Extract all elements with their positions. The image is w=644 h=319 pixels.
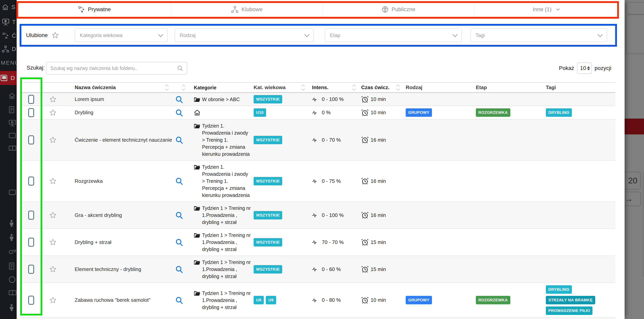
board-icon[interactable] [8,189,16,196]
preview-cell [172,109,189,116]
age-category-cell: WSZYSTKIE [251,238,309,246]
row-checkbox[interactable] [28,265,34,274]
background-page-strip: 20 → [624,0,644,319]
filter-dropdown-tagi[interactable]: Tagi [470,28,607,42]
age-category-cell: WSZYSTKIE [251,136,309,144]
row-checkbox[interactable] [28,95,34,104]
formation-icon [2,46,9,52]
star-icon[interactable] [49,177,57,185]
divider [624,53,644,54]
chevron-down-icon [556,8,560,11]
star-icon[interactable] [49,265,57,273]
zoom-preview-icon[interactable] [175,177,183,185]
age-category-cell: WSZYSTKIE [251,95,309,104]
duration-cell: 10 min [360,109,404,116]
row-checkbox[interactable] [28,238,34,247]
person-icon[interactable] [8,234,14,241]
tags-cell [544,240,616,244]
spinner-icon[interactable] [587,66,590,70]
exercise-name: Rozgrzewka [75,178,103,184]
tab-inne-1-[interactable]: Inne (1) [474,2,618,17]
star-icon[interactable] [51,31,59,39]
search-input[interactable] [46,66,177,71]
age-category-cell: WSZYSTKIE [251,265,309,274]
board-icon[interactable] [8,132,16,139]
filter-dropdown-etap[interactable]: Etap [325,28,462,42]
home-icon[interactable] [8,93,15,99]
page-size-prefix: Pokaż [559,65,574,71]
zoom-preview-icon[interactable] [175,109,183,116]
sort-icon[interactable] [166,85,168,90]
intensity-cell: 0 - 100 % [309,212,360,218]
person-icon[interactable] [8,220,14,227]
table-row: DryblingU100 %10 minGRUPOWYROZGRZEWKADRY… [20,106,616,120]
column-header-name[interactable]: Nazwa ćwiczenia [64,84,172,90]
age-badge: U10 [254,108,266,117]
zoom-preview-icon[interactable] [175,136,183,144]
categories-cell: Tydzien 1. Prowadzenia i zwody > Trening… [189,120,251,160]
pitch-icon[interactable] [8,146,16,151]
column-label: Czas ćwicz. [361,84,390,90]
duration-cell: 15 min [360,238,404,246]
filter-dropdown-rodzaj[interactable]: Rodzaj [174,28,314,42]
tags-cell: DRYBLINGSTRZAŁY NA BRAMKĘPROWADZENIE PIŁ… [544,283,616,317]
zoom-preview-icon[interactable] [175,265,183,273]
stage-badge: ROZGRZEWKA [476,296,510,304]
row-checkbox[interactable] [28,108,34,117]
favorites-toggle[interactable]: Ulubione [26,25,59,46]
zoom-preview-icon[interactable] [175,96,183,103]
notes-icon[interactable] [8,106,14,114]
column-header-czas[interactable]: Czas ćwicz. [360,84,404,90]
tab-prywatne[interactable]: Prywatne [18,2,171,17]
row-checkbox[interactable] [28,211,34,220]
row-checkbox[interactable] [28,296,34,305]
exercise-name-cell: Element techniczny - drybling [64,266,172,272]
favorite-cell [42,109,64,116]
zoom-preview-icon[interactable] [175,211,183,219]
filter-dropdown-kategoria-wiekowa[interactable]: Kategoria wiekowa [75,28,168,42]
type-cell: GRUPOWY [404,108,474,117]
ball-icon[interactable] [8,276,16,283]
star-icon[interactable] [49,96,57,103]
sort-icon[interactable] [397,85,400,90]
background-box [626,14,644,54]
age-category-cell: WSZYSTKIE [251,211,309,220]
row-checkbox[interactable] [28,176,34,186]
dropdown-placeholder: Tagi [476,32,485,38]
zoom-preview-icon[interactable] [175,238,183,246]
sort-icon[interactable] [353,85,355,90]
tag-badge: PROWADZENIE PIŁKI [546,306,592,315]
sort-icon[interactable] [302,85,304,90]
zoom-preview-icon[interactable] [175,296,183,304]
notes-icon[interactable] [8,262,14,270]
background-red-block [624,118,644,134]
preview-cell [172,211,189,219]
star-icon[interactable] [49,211,57,219]
tab-publiczne[interactable]: Publiczne [323,2,474,17]
categories-cell: Tydzien 1. Prowadzenia i zwody > Trening… [189,161,251,202]
star-icon[interactable] [49,136,57,144]
pitch-icon[interactable] [8,290,16,295]
person-icon[interactable] [8,304,14,311]
star-icon[interactable] [49,109,57,116]
page-size-input[interactable]: 10 [577,62,592,74]
exercise-name-cell: Drybling [64,110,172,116]
tab-label: Klubowe [242,6,262,12]
star-icon[interactable] [49,296,57,304]
age-category-cell: U8U9 [251,296,309,304]
column-header-int[interactable]: Intens. [309,84,360,90]
exercise-name-cell: Rozgrzewka [64,178,172,184]
sort-icon[interactable] [182,85,185,90]
star-icon[interactable] [49,238,57,246]
row-checkbox[interactable] [28,136,34,144]
presentation-icon[interactable] [8,119,16,127]
age-category-cell: WSZYSTKIE [251,177,309,185]
whistle-icon[interactable] [8,248,16,254]
table-body: Lorem ipsumW obronie > ABCWSZYSTKIE0 - 1… [20,93,616,319]
column-header-age[interactable]: Kat. wiekowa [251,84,309,90]
intensity-value: 0 - 70 % [322,137,341,143]
categories-cell: Tydzien 1 > Trening nr 1.Prowadzenia , d… [189,287,251,314]
tab-klubowe[interactable]: Klubowe [171,2,323,17]
exercise-name-cell: Gra - akcent drybling [64,212,172,218]
select-cell [20,136,42,144]
